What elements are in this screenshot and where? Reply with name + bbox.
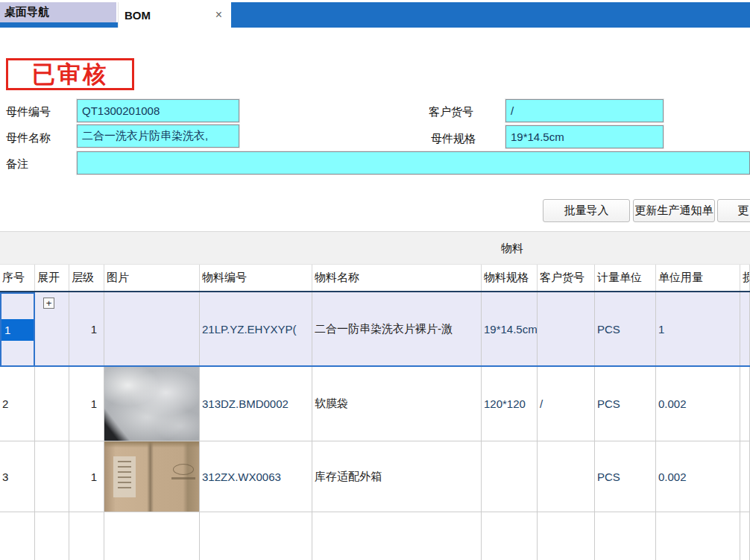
row1-image-cell[interactable] <box>104 292 200 365</box>
row4-spec-cell[interactable] <box>482 512 538 560</box>
row2-usage-cell[interactable]: 0.002 <box>656 367 740 441</box>
tabbar-accent-strip <box>0 22 118 28</box>
update-production-notice-button[interactable]: 更新生产通知单 <box>633 199 715 222</box>
close-icon[interactable]: × <box>215 8 222 22</box>
col-header-seq[interactable]: 序号 <box>0 265 35 291</box>
row2-loss-cell[interactable] <box>740 367 750 441</box>
remark-label: 备注 <box>6 157 28 172</box>
plastic-bag-image <box>104 367 199 441</box>
row1-selected-seq: 1 <box>1 319 34 341</box>
col-header-usage[interactable]: 单位用量 <box>656 265 740 291</box>
col-header-loss[interactable]: 损 <box>740 265 750 291</box>
row4-seq-cell[interactable] <box>0 512 35 560</box>
batch-import-button[interactable]: 批量导入 <box>543 199 630 222</box>
row2-code-cell[interactable]: 313DZ.BMD0002 <box>200 367 312 441</box>
row4-usage-cell[interactable] <box>656 512 740 560</box>
row3-level-cell[interactable]: 1 <box>69 441 104 512</box>
row3-customer-cell[interactable] <box>538 441 595 512</box>
expand-plus-icon[interactable]: + <box>43 298 54 309</box>
row1-unit-cell[interactable]: PCS <box>595 292 656 365</box>
grid-header-row: 序号 展开 层级 图片 物料编号 物料名称 物料规格 客户货号 计量单位 单位用… <box>0 265 750 291</box>
row1-usage-cell[interactable]: 1 <box>656 292 740 365</box>
table-row: 3 1 312ZX.WX0063 库存适配外箱 PCS 0.002 <box>0 441 750 512</box>
row3-image-cell[interactable] <box>104 441 200 512</box>
approved-stamp: 已审核 <box>6 58 134 90</box>
materials-group-header-label: 物料 <box>501 242 523 256</box>
parent-name-field[interactable]: 二合一洗衣片防串染洗衣, <box>77 125 239 148</box>
parent-code-label: 母件编号 <box>6 105 51 119</box>
row4-image-cell[interactable] <box>104 512 200 560</box>
col-header-spec[interactable]: 物料规格 <box>482 265 538 291</box>
row1-expand-cell[interactable]: + <box>35 292 69 365</box>
carton-box-image <box>104 441 199 512</box>
customer-item-label: 客户货号 <box>429 105 473 119</box>
empty-row <box>0 512 750 560</box>
row2-customer-cell[interactable]: / <box>538 367 595 441</box>
col-header-name[interactable]: 物料名称 <box>312 265 482 291</box>
remark-field[interactable] <box>77 151 750 174</box>
parent-spec-field[interactable]: 19*14.5cm <box>505 125 664 148</box>
tab-desktop-navigation[interactable]: 桌面导航 <box>0 2 116 22</box>
row1-seq-cell[interactable]: 1 <box>0 292 35 365</box>
customer-item-field[interactable]: / <box>505 99 664 122</box>
table-row: 2 1 313DZ.BMD0002 软膜袋 120*120 / PCS 0.00… <box>0 367 750 441</box>
col-header-image[interactable]: 图片 <box>104 265 200 291</box>
tabbar-accent-fill <box>231 2 750 28</box>
row2-seq-cell[interactable]: 2 <box>0 367 35 441</box>
row2-unit-cell[interactable]: PCS <box>595 367 656 441</box>
row2-spec-cell[interactable]: 120*120 <box>482 367 538 441</box>
parent-spec-label: 母件规格 <box>431 132 476 146</box>
materials-grid: 物料 序号 展开 层级 图片 物料编号 物料名称 物料规格 客户货号 计量单位 … <box>0 231 750 560</box>
row1-name-cell[interactable]: 二合一防串染洗衣片裸片-激 <box>312 292 482 365</box>
row4-unit-cell[interactable] <box>595 512 656 560</box>
col-header-expand[interactable]: 展开 <box>35 265 69 291</box>
tab-bar: 桌面导航 BOM × <box>0 0 750 28</box>
table-row: 1 + 1 21LP.YZ.EHYXYP( 二合一防串染洗衣片裸片-激 19*1… <box>0 291 750 367</box>
row3-code-cell[interactable]: 312ZX.WX0063 <box>200 441 312 512</box>
row3-usage-cell[interactable]: 0.002 <box>656 441 740 512</box>
tab-desktop-navigation-label: 桌面导航 <box>4 5 49 19</box>
row4-level-cell[interactable] <box>69 512 104 560</box>
row1-loss-cell[interactable] <box>740 292 750 365</box>
row1-customer-cell[interactable] <box>538 292 595 365</box>
row3-spec-cell[interactable] <box>482 441 538 512</box>
row3-loss-cell[interactable] <box>740 441 750 512</box>
materials-group-header: 物料 <box>0 231 750 265</box>
row3-name-cell[interactable]: 库存适配外箱 <box>312 441 482 512</box>
col-header-unit[interactable]: 计量单位 <box>595 265 656 291</box>
row4-loss-cell[interactable] <box>740 512 750 560</box>
row3-expand-cell[interactable] <box>35 441 69 512</box>
tab-bom-label: BOM <box>125 9 151 22</box>
approved-stamp-text: 已审核 <box>32 59 108 90</box>
row2-image-cell[interactable] <box>104 367 200 441</box>
row1-level-cell[interactable]: 1 <box>69 292 104 365</box>
row1-code-cell[interactable]: 21LP.YZ.EHYXYP( <box>200 292 312 365</box>
update-more-button[interactable]: 更 <box>717 199 750 222</box>
parent-code-field[interactable]: QT1300201008 <box>77 99 239 122</box>
row2-level-cell[interactable]: 1 <box>69 367 104 441</box>
row4-name-cell[interactable] <box>312 512 482 560</box>
row3-unit-cell[interactable]: PCS <box>595 441 656 512</box>
row3-seq-cell[interactable]: 3 <box>0 441 35 512</box>
parent-name-label: 母件名称 <box>6 131 51 145</box>
tab-bom[interactable]: BOM × <box>118 2 231 28</box>
col-header-level[interactable]: 层级 <box>69 265 104 291</box>
col-header-customer[interactable]: 客户货号 <box>538 265 595 291</box>
row4-customer-cell[interactable] <box>538 512 595 560</box>
row2-name-cell[interactable]: 软膜袋 <box>312 367 482 441</box>
row4-expand-cell[interactable] <box>35 512 69 560</box>
row4-code-cell[interactable] <box>200 512 312 560</box>
row2-expand-cell[interactable] <box>35 367 69 441</box>
col-header-code[interactable]: 物料编号 <box>200 265 312 291</box>
row1-spec-cell[interactable]: 19*14.5cm <box>482 292 538 365</box>
